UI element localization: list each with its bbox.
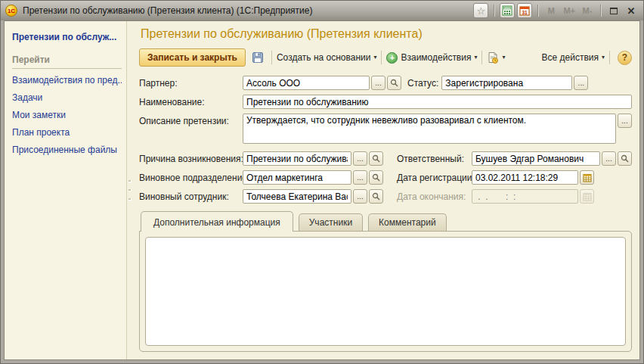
status-select-button[interactable]: ... xyxy=(574,76,588,90)
all-actions-label: Все действия xyxy=(542,52,599,63)
additional-info-textarea[interactable] xyxy=(145,237,626,346)
svg-text:31: 31 xyxy=(522,10,528,15)
reason-input[interactable] xyxy=(243,151,351,166)
department-input[interactable] xyxy=(243,170,351,185)
titlebar[interactable]: 1С Претензии по обслуживанию (Претензия … xyxy=(1,1,643,20)
magnifier-icon xyxy=(390,79,398,87)
interactions-button[interactable]: + Взаимодействия ▾ xyxy=(386,52,477,64)
titlebar-separator xyxy=(494,5,494,17)
date-picker-icon xyxy=(583,173,592,182)
name-input[interactable] xyxy=(243,95,632,109)
department-label: Виновное подразделение: xyxy=(139,173,243,183)
magnifier-icon xyxy=(372,173,380,182)
end-date-picker-button xyxy=(580,189,594,204)
sidebar-item-notes[interactable]: Мои заметки xyxy=(12,110,122,120)
responsible-input[interactable] xyxy=(472,151,600,166)
row-department-regdate: Виновное подразделение: ... Дата регистр… xyxy=(139,170,632,185)
close-button[interactable]: ✕ xyxy=(624,3,639,18)
department-open-button[interactable] xyxy=(369,170,383,185)
partner-open-button[interactable] xyxy=(387,76,401,90)
memory-plus-icon: M+ xyxy=(562,6,577,15)
sidebar-item-tasks[interactable]: Задачи xyxy=(12,92,122,103)
tab-participants[interactable]: Участники xyxy=(299,213,363,231)
floppy-save-icon xyxy=(252,51,264,64)
splitter-grip-icon xyxy=(128,198,132,201)
toolbar-separator xyxy=(381,51,382,64)
employee-label: Виновный сотрудник: xyxy=(139,191,243,202)
description-textarea[interactable]: Утверждается, что сотрудник невежливо ра… xyxy=(243,114,616,144)
end-date-input xyxy=(472,189,578,204)
responsible-label: Ответственный: xyxy=(397,154,472,164)
row-name: Наименование: xyxy=(139,95,632,109)
sidebar-item-attached-files[interactable]: Присоединенные файлы xyxy=(12,145,122,155)
calendar-button[interactable]: 31 xyxy=(517,3,532,18)
memory-icon: M xyxy=(546,6,556,15)
department-select-button[interactable]: ... xyxy=(353,170,367,185)
help-button[interactable]: ? xyxy=(618,51,632,65)
memory-plus-button[interactable]: M+ xyxy=(561,3,577,18)
toolbar-separator xyxy=(609,51,610,64)
sidebar-section-goto: Перейти xyxy=(12,54,122,69)
responsible-select-button[interactable]: ... xyxy=(602,151,616,166)
employee-input[interactable] xyxy=(243,189,351,204)
reason-select-button[interactable]: ... xyxy=(353,151,367,166)
sidebar: Претензии по обслуж... Перейти Взаимодей… xyxy=(5,21,127,359)
memory-minus-button[interactable]: M- xyxy=(580,3,595,18)
create-based-on-button[interactable]: Создать на основании ▾ xyxy=(277,52,377,63)
employee-open-button[interactable] xyxy=(369,189,383,204)
titlebar-separator xyxy=(600,5,601,17)
tab-additional-info[interactable]: Дополнительная информация xyxy=(141,211,293,232)
reg-date-input[interactable] xyxy=(472,170,578,185)
main-form: Претензии по обслуживанию (Претензия кли… xyxy=(133,21,639,359)
reason-open-button[interactable] xyxy=(369,151,383,166)
titlebar-separator xyxy=(537,5,538,17)
toolbar-separator xyxy=(271,51,272,64)
employee-select-button[interactable]: ... xyxy=(353,189,367,204)
create-based-on-label: Создать на основании xyxy=(277,52,371,63)
sidebar-item-interactions[interactable]: Взаимодействия по пред... xyxy=(12,75,122,86)
reg-date-picker-button[interactable] xyxy=(580,170,594,185)
toolbar: Записать и закрыть Создать на основании … xyxy=(139,48,632,67)
partner-label: Партнер: xyxy=(139,78,243,89)
maximize-icon xyxy=(610,8,618,14)
plus-circle-icon: + xyxy=(386,52,398,64)
favorites-button[interactable]: ☆ xyxy=(473,3,488,18)
all-actions-button[interactable]: Все действия ▾ xyxy=(542,52,605,63)
magnifier-icon xyxy=(372,192,380,201)
document-clock-icon xyxy=(487,51,499,64)
star-icon: ☆ xyxy=(477,6,486,16)
tab-panel-additional-info xyxy=(139,231,632,352)
memory-minus-icon: M- xyxy=(581,6,594,15)
chevron-down-icon: ▾ xyxy=(502,54,505,61)
splitter-grip-icon xyxy=(128,189,132,191)
status-input[interactable] xyxy=(441,76,572,90)
partner-input[interactable] xyxy=(243,76,370,90)
calculator-icon xyxy=(502,5,512,16)
description-label: Описание претензии: xyxy=(139,114,243,126)
save-button[interactable] xyxy=(249,49,267,66)
reason-label: Причина возникновения: xyxy=(139,154,243,164)
responsible-open-button[interactable] xyxy=(618,151,632,166)
calculator-button[interactable] xyxy=(500,3,515,18)
description-expand-button[interactable]: ... xyxy=(618,114,632,128)
row-description: Описание претензии: Утверждается, что со… xyxy=(139,114,632,144)
maximize-button[interactable] xyxy=(606,3,621,18)
calendar-icon: 31 xyxy=(519,5,530,16)
toolbar-separator xyxy=(481,51,482,64)
row-reason-responsible: Причина возникновения: ... Ответственный… xyxy=(139,151,632,166)
report-document-button[interactable]: ▾ xyxy=(487,51,505,64)
tab-comment[interactable]: Комментарий xyxy=(368,213,447,231)
magnifier-icon xyxy=(621,154,629,163)
tab-strip: Дополнительная информация Участники Комм… xyxy=(139,211,632,231)
app-window: 1С Претензии по обслуживанию (Претензия … xyxy=(0,0,644,364)
memory-button[interactable]: M xyxy=(543,3,559,18)
save-and-close-button[interactable]: Записать и закрыть xyxy=(139,48,246,67)
sidebar-item-project-plan[interactable]: План проекта xyxy=(12,127,122,138)
sidebar-splitter[interactable] xyxy=(127,21,133,359)
partner-select-button[interactable]: ... xyxy=(371,76,385,90)
chevron-down-icon: ▾ xyxy=(373,54,376,61)
window-body: Претензии по обслуж... Перейти Взаимодей… xyxy=(4,20,640,360)
sidebar-title-link[interactable]: Претензии по обслуж... xyxy=(12,32,122,42)
name-label: Наименование: xyxy=(139,97,243,107)
1c-logo-icon: 1С xyxy=(5,5,17,17)
